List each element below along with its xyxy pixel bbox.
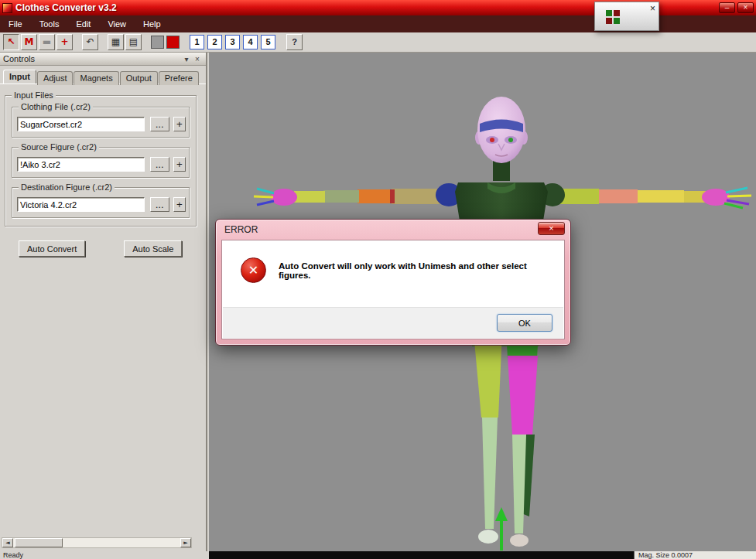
menu-edit[interactable]: Edit: [67, 17, 99, 31]
tab-preferences[interactable]: Prefere: [159, 71, 199, 85]
panel-close-icon[interactable]: ×: [192, 55, 203, 63]
clothing-browse-button[interactable]: ...: [150, 117, 169, 131]
dialog-footer: OK: [223, 307, 563, 338]
undo-icon[interactable]: ↶: [82, 34, 98, 50]
tab-magnets[interactable]: Magnets: [74, 71, 118, 85]
app-icon: [2, 3, 12, 13]
menu-tools[interactable]: Tools: [31, 17, 68, 31]
panel-tabs: Input Adjust Magnets Output Prefere: [0, 66, 206, 84]
scroll-right-icon[interactable]: ►: [180, 538, 191, 547]
source-figure-label: Source Figure (.cr2): [19, 142, 99, 152]
panel-header[interactable]: Controls ▾ ×: [0, 53, 206, 66]
status-left-text: Ready: [0, 551, 209, 559]
scroll-left-icon[interactable]: ◄: [2, 538, 13, 547]
view-preset-5-button[interactable]: 5: [261, 35, 275, 49]
brush-tool-icon[interactable]: ▬: [39, 34, 55, 50]
menu-file[interactable]: File: [0, 17, 31, 31]
status-bar: Ready Mag. Size 0.0007: [0, 551, 756, 559]
source-add-button[interactable]: +: [173, 157, 186, 172]
input-files-group: Input Files Clothing File (.cr2) ... + S…: [5, 95, 197, 227]
destination-figure-input[interactable]: [17, 197, 145, 212]
scrollbar-track[interactable]: [63, 538, 180, 547]
view-preset-3-button[interactable]: 3: [225, 35, 240, 49]
auto-convert-button[interactable]: Auto Convert: [19, 240, 85, 257]
tab-input[interactable]: Input: [3, 70, 36, 84]
menu-view[interactable]: View: [99, 17, 135, 31]
main-toolbar: ↖ M ▬ + ↶ ▦ ▤ 1 2 3 4 5 ?: [0, 32, 756, 53]
controls-panel: Controls ▾ × Input Adjust Magnets Output…: [0, 53, 207, 551]
panel-pin-icon[interactable]: ▾: [181, 55, 192, 63]
magnet-tool-icon[interactable]: M: [21, 34, 37, 50]
dialog-message: Auto Convert will only work with Unimesh…: [279, 261, 550, 280]
destination-figure-label: Destination Figure (.cr2): [19, 182, 115, 192]
help-icon[interactable]: ?: [286, 34, 303, 50]
source-browse-button[interactable]: ...: [150, 157, 169, 172]
cascade-squares-icon: [606, 10, 620, 24]
dialog-title: ERROR: [224, 224, 258, 235]
dialog-close-icon[interactable]: ×: [538, 222, 565, 235]
panel-horizontal-scrollbar[interactable]: ◄ ►: [2, 537, 192, 548]
ok-button[interactable]: OK: [497, 314, 552, 332]
gray-color-swatch[interactable]: [151, 36, 164, 49]
clothing-file-label: Clothing File (.cr2): [19, 102, 93, 111]
destination-figure-group: Destination Figure (.cr2) ... +: [12, 187, 190, 218]
mini-close-icon[interactable]: ×: [650, 4, 655, 13]
app-window: Clothes Converter v3.2 – × File Tools Ed…: [0, 0, 756, 559]
view-preset-2-button[interactable]: 2: [207, 35, 222, 49]
source-figure-input[interactable]: [17, 157, 145, 172]
panel-title: Controls: [3, 54, 181, 63]
scrollbar-thumb[interactable]: [15, 538, 63, 547]
status-divider: [209, 551, 634, 559]
pointer-tool-icon[interactable]: ↖: [3, 34, 19, 50]
view-preset-1-button[interactable]: 1: [190, 35, 204, 49]
move-tool-icon[interactable]: +: [56, 34, 73, 50]
tab-output[interactable]: Output: [120, 71, 158, 85]
destination-add-button[interactable]: +: [173, 197, 186, 212]
view-preset-4-button[interactable]: 4: [243, 35, 258, 49]
dialog-body: ✕ Auto Convert will only work with Unime…: [221, 240, 565, 339]
floating-tool-window[interactable]: ×: [594, 2, 659, 31]
window-title: Clothes Converter v3.2: [15, 2, 117, 13]
dialog-title-bar[interactable]: ERROR ×: [216, 220, 570, 240]
clothing-file-input[interactable]: [17, 117, 145, 131]
close-button[interactable]: ×: [737, 2, 754, 13]
panes-view-icon[interactable]: ▤: [125, 34, 142, 50]
minimize-button[interactable]: –: [719, 2, 735, 13]
clothing-file-group: Clothing File (.cr2) ... +: [12, 107, 190, 138]
status-right-text: Mag. Size 0.0007: [634, 551, 756, 559]
error-dialog: ERROR × ✕ Auto Convert will only work wi…: [215, 219, 571, 346]
error-x-icon: ✕: [241, 257, 266, 283]
auto-scale-button[interactable]: Auto Scale: [124, 240, 182, 257]
clothing-add-button[interactable]: +: [173, 117, 186, 131]
red-color-swatch[interactable]: [166, 36, 180, 49]
destination-browse-button[interactable]: ...: [150, 197, 169, 212]
input-files-label: Input Files: [12, 90, 56, 100]
source-figure-group: Source Figure (.cr2) ... +: [12, 147, 190, 178]
menu-help[interactable]: Help: [135, 17, 169, 31]
grid-view-icon[interactable]: ▦: [108, 34, 124, 50]
tab-adjust[interactable]: Adjust: [37, 71, 74, 85]
